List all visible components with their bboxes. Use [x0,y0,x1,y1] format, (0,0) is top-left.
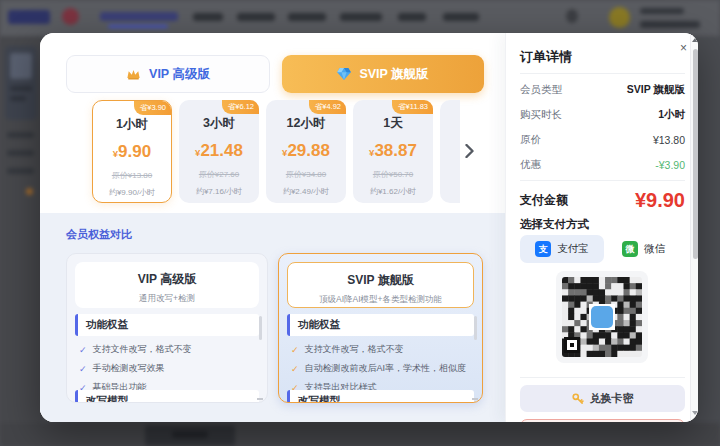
benefit-item: ✓手动检测改写效果 [79,359,253,378]
tab-svip-label: SVIP 旗舰版 [359,66,428,83]
payment-method-title: 选择支付方式 [520,217,589,232]
plan-original-price: 原价¥34.80 [266,169,346,180]
vip-purchase-modal: VIP 高级版 SVIP 旗舰版 省¥3.90 1小时 ¥9.90 原价¥13.… [40,33,698,422]
benefits-comparison-section: 会员权益对比 VIP 高级版 通用改写+检测 功能权益 ✓支持文件改写，格式不变… [40,213,505,422]
payment-qr-container [556,271,648,363]
crown-icon [126,68,141,80]
plan-price: ¥29.88 [266,141,346,161]
blurred-nav-item [100,12,178,21]
plan-price: ¥9.90 [93,142,171,162]
plan-card-1d[interactable]: 省¥11.83 1天 ¥38.87 原价¥50.70 约¥1.62/小时 [353,100,433,203]
blurred-nav-item [193,13,223,21]
save-badge: 省¥3.90 [134,101,171,115]
blurred-nav-item [398,13,426,21]
benefits-scrollbar[interactable] [474,316,477,340]
comparison-card-name: SVIP 旗舰版 [288,272,473,289]
order-row-member-type: 会员类型 SVIP 旗舰版 [520,83,685,97]
sidebar-card-line [10,86,32,91]
alipay-icon: 支 [535,241,551,257]
page-bottom [0,423,720,446]
wechat-button[interactable]: 微 微信 [622,235,684,263]
comparison-card-header: VIP 高级版 通用改写+检测 [75,262,259,308]
divider [520,377,685,378]
benefit-item: ✓支持文件改写，格式不变 [291,340,468,359]
check-icon: ✓ [291,364,299,374]
alipay-button[interactable]: 支 支付宝 [520,235,604,263]
plan-duration: 3小时 [179,115,259,132]
save-badge: 省¥4.92 [309,100,346,114]
comparison-card-header: SVIP 旗舰版 顶级AI降AI模型+各类型检测功能 [287,262,474,308]
nav-logo [8,10,50,24]
check-icon: ✓ [79,364,87,374]
comparison-card-vip: VIP 高级版 通用改写+检测 功能权益 ✓支持文件改写，格式不变 ✓手动检测改… [66,253,268,403]
plan-card-3h[interactable]: 省¥6.12 3小时 ¥21.48 原价¥27.60 约¥7.16/小时 [179,100,259,203]
save-badge: 省¥6.12 [222,100,259,114]
key-icon [572,393,584,405]
scrollbar-thumb[interactable] [693,49,698,259]
sidebar-row [7,168,34,174]
tab-vip[interactable]: VIP 高级版 [66,55,270,93]
plan-price: ¥38.87 [353,141,433,161]
blurred-bottom-label [172,431,208,438]
order-row-original-price: 原价 ¥13.80 [520,133,685,147]
sidebar-row [7,150,34,156]
next-plans-button[interactable] [458,138,480,164]
check-icon: ✓ [79,345,87,355]
chevron-right-icon [465,144,474,158]
plan-card-partial[interactable] [440,100,460,203]
benefits-scrollbar-end [472,398,478,400]
benefit-item: ✓支持文件改写，格式不变 [79,340,253,359]
benefit-section-header-clipped: 改写模型 [75,390,259,403]
order-details-pane: × 订单详情 会员类型 SVIP 旗舰版 购买时长 1小时 原价 ¥13.80 … [505,33,698,422]
benefit-section-header: 功能权益 [287,314,474,336]
benefit-section-header: 功能权益 [75,314,259,336]
tab-svip[interactable]: SVIP 旗舰版 [282,55,484,93]
blurred-user-text [640,8,684,14]
sidebar-card-line [10,96,26,101]
tab-vip-label: VIP 高级版 [149,66,210,83]
sidebar-dot [26,188,33,195]
comparison-card-name: VIP 高级版 [75,271,259,288]
plan-card-12h[interactable]: 省¥4.92 12小时 ¥29.88 原价¥34.80 约¥2.49/小时 [266,100,346,203]
blurred-user-text [640,21,700,28]
plan-hourly-rate: 约¥2.49/小时 [266,186,346,197]
plan-hourly-rate: 约¥7.16/小时 [179,186,259,197]
wechat-icon: 微 [622,241,638,257]
order-row-duration: 购买时长 1小时 [520,108,685,122]
plan-original-price: 原价¥27.60 [179,169,259,180]
plan-hourly-rate: 约¥1.62/小时 [353,186,433,197]
clipped-action-button[interactable] [520,419,685,422]
blurred-nav-item [340,13,382,21]
order-details-title: 订单详情 [520,48,572,66]
plan-card-1h[interactable]: 省¥3.90 1小时 ¥9.90 原价¥13.80 约¥9.90/小时 [92,100,172,203]
benefits-scrollbar[interactable] [259,316,262,340]
comparison-title: 会员权益对比 [66,227,132,242]
benefit-item: ✓自动检测改前改后AI率，学术性，相似度 [291,359,468,378]
blurred-nav-item [443,13,479,21]
blurred-nav-item [288,13,326,21]
benefit-section-header-clipped: 改写模型 [287,390,474,403]
order-row-amount: 支付金额 ¥9.90 [520,188,685,212]
modal-scrollbar[interactable] [690,33,698,422]
plan-duration: 1天 [353,115,433,132]
sidebar-row [7,132,34,138]
divider [520,73,685,74]
save-badge: 省¥11.83 [392,100,433,114]
redeem-card-key-button[interactable]: 兑换卡密 [520,385,685,412]
divider [520,180,685,181]
benefits-scrollbar-end [257,398,263,400]
comparison-card-subtitle: 顶级AI降AI模型+各类型检测功能 [288,294,473,306]
plan-selection-pane: VIP 高级版 SVIP 旗舰版 省¥3.90 1小时 ¥9.90 原价¥13.… [40,33,505,422]
plan-original-price: 原价¥13.80 [93,170,171,181]
blurred-nav-item [237,13,275,21]
bell-icon [566,9,578,23]
close-icon[interactable]: × [680,42,687,54]
qr-code [562,277,642,357]
user-avatar [609,7,630,28]
comparison-card-svip: SVIP 旗舰版 顶级AI降AI模型+各类型检测功能 功能权益 ✓支持文件改写，… [278,253,483,403]
check-icon: ✓ [291,345,299,355]
plan-hourly-rate: 约¥9.90/小时 [93,187,171,198]
nav-badge-icon [62,8,79,25]
sidebar-card-icon [10,53,32,79]
comparison-card-subtitle: 通用改写+检测 [75,293,259,305]
